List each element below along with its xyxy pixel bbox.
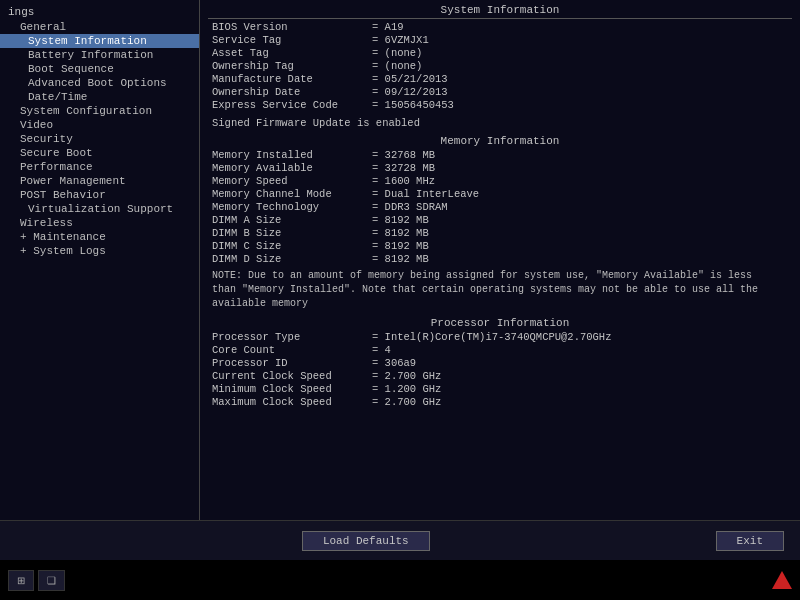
current-clock-value: = 2.700 GHz — [372, 370, 441, 382]
max-clock-label: Maximum Clock Speed — [212, 396, 372, 408]
bios-version-value: = A19 — [372, 21, 404, 33]
memory-channel-value: = Dual InterLeave — [372, 188, 479, 200]
current-clock-label: Current Clock Speed — [212, 370, 372, 382]
core-count-label: Core Count — [212, 344, 372, 356]
processor-section-title: Processor Information — [208, 317, 792, 329]
processor-id-row: Processor ID = 306a9 — [212, 357, 792, 369]
memory-note: NOTE: Due to an amount of memory being a… — [212, 269, 792, 311]
processor-type-value: = Intel(R)Core(TM)i7-3740QMCPU@2.70GHz — [372, 331, 611, 343]
sidebar-item-battery[interactable]: Battery Information — [0, 48, 199, 62]
ownership-date-label: Ownership Date — [212, 86, 372, 98]
dimm-b-row: DIMM B Size = 8192 MB — [212, 227, 792, 239]
processor-type-row: Processor Type = Intel(R)Core(TM)i7-3740… — [212, 331, 792, 343]
min-clock-value: = 1.200 GHz — [372, 383, 441, 395]
dimm-c-label: DIMM C Size — [212, 240, 372, 252]
warning-icon — [772, 571, 792, 589]
express-service-code-value: = 15056450453 — [372, 99, 454, 111]
dimm-b-value: = 8192 MB — [372, 227, 429, 239]
memory-installed-row: Memory Installed = 32768 MB — [212, 149, 792, 161]
max-clock-value: = 2.700 GHz — [372, 396, 441, 408]
main-content: System Information BIOS Version = A19 Se… — [200, 0, 800, 520]
manufacture-date-row: Manufacture Date = 05/21/2013 — [212, 73, 792, 85]
dimm-a-value: = 8192 MB — [372, 214, 429, 226]
sidebar-item-security[interactable]: Security — [0, 132, 199, 146]
sidebar-item-advanced-boot[interactable]: Advanced Boot Options — [0, 76, 199, 90]
sidebar-item-performance[interactable]: Performance — [0, 160, 199, 174]
ownership-date-row: Ownership Date = 09/12/2013 — [212, 86, 792, 98]
processor-info-table: Processor Type = Intel(R)Core(TM)i7-3740… — [212, 331, 792, 408]
service-tag-label: Service Tag — [212, 34, 372, 46]
memory-speed-value: = 1600 MHz — [372, 175, 435, 187]
sidebar-item-system-config[interactable]: System Configuration — [0, 104, 199, 118]
sidebar-item-maintenance[interactable]: + Maintenance — [0, 230, 199, 244]
sidebar-item-system-information[interactable]: System Information — [0, 34, 199, 48]
memory-installed-label: Memory Installed — [212, 149, 372, 161]
memory-channel-row: Memory Channel Mode = Dual InterLeave — [212, 188, 792, 200]
dimm-c-value: = 8192 MB — [372, 240, 429, 252]
dimm-c-row: DIMM C Size = 8192 MB — [212, 240, 792, 252]
dimm-d-value: = 8192 MB — [372, 253, 429, 265]
memory-available-row: Memory Available = 32728 MB — [212, 162, 792, 174]
current-clock-row: Current Clock Speed = 2.700 GHz — [212, 370, 792, 382]
sidebar: ings General System Information Battery … — [0, 0, 200, 520]
load-defaults-button[interactable]: Load Defaults — [302, 531, 430, 551]
dimm-d-row: DIMM D Size = 8192 MB — [212, 253, 792, 265]
manufacture-date-value: = 05/21/2013 — [372, 73, 448, 85]
express-service-code-label: Express Service Code — [212, 99, 372, 111]
memory-channel-label: Memory Channel Mode — [212, 188, 372, 200]
sidebar-item-system-logs[interactable]: + System Logs — [0, 244, 199, 258]
memory-technology-row: Memory Technology = DDR3 SDRAM — [212, 201, 792, 213]
exit-button[interactable]: Exit — [716, 531, 784, 551]
processor-type-label: Processor Type — [212, 331, 372, 343]
memory-available-value: = 32728 MB — [372, 162, 435, 174]
sidebar-item-virtualization[interactable]: Virtualization Support — [0, 202, 199, 216]
sidebar-item-post-behavior[interactable]: POST Behavior — [0, 188, 199, 202]
firmware-text: Signed Firmware Update is enabled — [212, 117, 792, 129]
sidebar-header: ings — [0, 4, 199, 20]
ownership-date-value: = 09/12/2013 — [372, 86, 448, 98]
asset-tag-label: Asset Tag — [212, 47, 372, 59]
min-clock-row: Minimum Clock Speed = 1.200 GHz — [212, 383, 792, 395]
asset-tag-value: = (none) — [372, 47, 422, 59]
bios-version-label: BIOS Version — [212, 21, 372, 33]
memory-available-label: Memory Available — [212, 162, 372, 174]
memory-section-title: Memory Information — [208, 135, 792, 147]
sidebar-item-wireless[interactable]: Wireless — [0, 216, 199, 230]
min-clock-label: Minimum Clock Speed — [212, 383, 372, 395]
memory-technology-value: = DDR3 SDRAM — [372, 201, 448, 213]
sidebar-item-general[interactable]: General — [0, 20, 199, 34]
dimm-d-label: DIMM D Size — [212, 253, 372, 265]
memory-info-table: Memory Installed = 32768 MB Memory Avail… — [212, 149, 792, 265]
core-count-row: Core Count = 4 — [212, 344, 792, 356]
express-service-code-row: Express Service Code = 15056450453 — [212, 99, 792, 111]
dimm-b-label: DIMM B Size — [212, 227, 372, 239]
memory-speed-row: Memory Speed = 1600 MHz — [212, 175, 792, 187]
sidebar-item-datetime[interactable]: Date/Time — [0, 90, 199, 104]
ownership-tag-row: Ownership Tag = (none) — [212, 60, 792, 72]
dimm-a-row: DIMM A Size = 8192 MB — [212, 214, 792, 226]
ownership-tag-label: Ownership Tag — [212, 60, 372, 72]
taskbar-window-button[interactable]: ❑ — [38, 570, 65, 591]
service-tag-row: Service Tag = 6VZMJX1 — [212, 34, 792, 46]
sidebar-item-secure-boot[interactable]: Secure Boot — [0, 146, 199, 160]
bios-version-row: BIOS Version = A19 — [212, 21, 792, 33]
system-info-table: BIOS Version = A19 Service Tag = 6VZMJX1… — [212, 21, 792, 111]
manufacture-date-label: Manufacture Date — [212, 73, 372, 85]
core-count-value: = 4 — [372, 344, 391, 356]
bottom-bar: Load Defaults Exit — [0, 520, 800, 560]
sidebar-item-boot-sequence[interactable]: Boot Sequence — [0, 62, 199, 76]
sidebar-item-video[interactable]: Video — [0, 118, 199, 132]
memory-installed-value: = 32768 MB — [372, 149, 435, 161]
memory-speed-label: Memory Speed — [212, 175, 372, 187]
taskbar: ⊞ ❑ — [0, 560, 800, 600]
service-tag-value: = 6VZMJX1 — [372, 34, 429, 46]
processor-id-label: Processor ID — [212, 357, 372, 369]
dimm-a-label: DIMM A Size — [212, 214, 372, 226]
processor-id-value: = 306a9 — [372, 357, 416, 369]
max-clock-row: Maximum Clock Speed = 2.700 GHz — [212, 396, 792, 408]
memory-technology-label: Memory Technology — [212, 201, 372, 213]
sidebar-item-power-management[interactable]: Power Management — [0, 174, 199, 188]
taskbar-start-button[interactable]: ⊞ — [8, 570, 34, 591]
asset-tag-row: Asset Tag = (none) — [212, 47, 792, 59]
ownership-tag-value: = (none) — [372, 60, 422, 72]
